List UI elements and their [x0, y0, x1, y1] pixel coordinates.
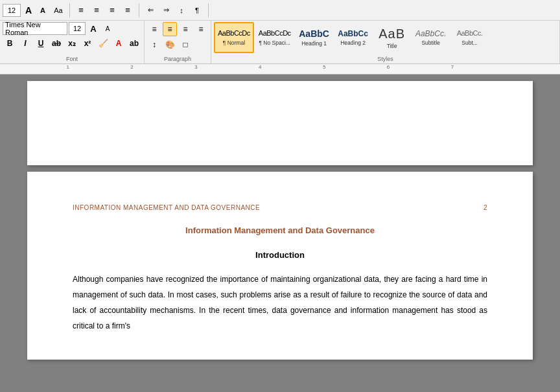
shrink-font-btn[interactable]: A [36, 4, 49, 17]
font-size-group: 12 A A [3, 4, 49, 17]
header-title: INFORMATION MANAGEMENT AND DATA GOVERNAN… [73, 204, 260, 211]
justify-btn[interactable]: ≡ [194, 22, 208, 36]
border-btn[interactable]: □ [178, 38, 192, 52]
font-group: Times New Roman 12 A A B I U ab x₂ x² 🧹 … [0, 21, 145, 63]
font-name-box[interactable]: Times New Roman [3, 22, 67, 35]
style-subtitle-btn[interactable]: AaBbCc. Subtitle [412, 22, 450, 53]
style-nospacing-preview: AaBbCcDc [259, 29, 291, 38]
align-center-btn[interactable]: ≡ [163, 22, 177, 36]
style-title-label: Title [387, 43, 397, 49]
font-format-row: B I U ab x₂ x² 🧹 A ab [3, 36, 141, 51]
style-nospacing-label: ¶ No Spaci... [259, 40, 290, 46]
style-nospacing-btn[interactable]: AaBbCcDc ¶ No Spaci... [255, 22, 294, 53]
style-title-btn[interactable]: AaB Title [373, 22, 411, 53]
bold-btn[interactable]: B [3, 36, 17, 51]
style-title-preview: AaB [379, 26, 405, 41]
style-more-preview: AaBbCc. [457, 29, 483, 38]
font-color-btn[interactable]: A [111, 36, 126, 51]
font-group-label: Font [0, 56, 144, 62]
style-h1-label: Heading 1 [301, 40, 327, 47]
shrink-font-btn2[interactable]: A [101, 22, 114, 35]
page-number: 2 [484, 204, 487, 211]
separator-2 [139, 3, 139, 17]
underline-btn[interactable]: U [34, 36, 48, 51]
styles-group-label: Styles [211, 56, 559, 62]
italic-btn[interactable]: I [18, 36, 32, 51]
superscript-btn[interactable]: x² [80, 36, 95, 51]
style-normal-preview: AaBbCcDc [218, 29, 250, 38]
document-area: INFORMATION MANAGEMENT AND DATA GOVERNAN… [0, 75, 560, 392]
clear-format-btn[interactable]: 🧹 [96, 36, 110, 51]
style-subtitle-preview: AaBbCc. [415, 29, 446, 38]
bullets-btn[interactable]: ≡ [75, 4, 88, 17]
increase-indent-btn[interactable]: ⇒ [159, 4, 172, 17]
style-more-label: Subt... [461, 40, 478, 46]
style-more-btn[interactable]: AaBbCc. Subt... [451, 22, 489, 53]
strikethrough-btn[interactable]: ab [49, 36, 64, 51]
decrease-indent-btn[interactable]: ⇐ [144, 4, 157, 17]
paragraph-group-label: Paragraph [145, 56, 211, 62]
intro-heading: Introduction [73, 250, 487, 260]
ribbon-row2: Times New Roman 12 A A B I U ab x₂ x² 🧹 … [0, 21, 560, 63]
ruler-inner: 1 2 3 4 5 6 7 [13, 64, 547, 74]
body-text: Although companies have recognized the i… [73, 271, 487, 334]
ruler: 1 2 3 4 5 6 7 [0, 64, 560, 75]
change-case-btn[interactable]: Aa [52, 4, 65, 17]
style-subtitle-label: Subtitle [421, 40, 439, 46]
style-h2-preview: AaBbCc [338, 29, 368, 38]
style-h1-preview: AaBbC [299, 29, 329, 40]
paragraph-row1: ≡ ≡ ≡ ≡ [147, 22, 208, 36]
grow-font-btn[interactable]: A [22, 4, 35, 17]
paragraph-row2: ↕ 🎨 □ [147, 38, 192, 52]
show-marks-btn[interactable]: ¶ [191, 4, 204, 17]
style-h2-label: Heading 2 [340, 40, 366, 46]
toolbar: 12 A A Aa ≡ ≡ ≡ ≡ ⇐ ⇒ ↕ ¶ [0, 0, 560, 64]
grow-font-btn2[interactable]: A [87, 22, 100, 35]
text-highlight-btn[interactable]: ab [127, 36, 141, 51]
shading-btn[interactable]: 🎨 [163, 38, 177, 52]
align-right-btn[interactable]: ≡ [178, 22, 192, 36]
subscript-btn[interactable]: x₂ [65, 36, 79, 51]
multilevel-list-btn[interactable]: ≡ [121, 4, 134, 17]
line-spacing-btn[interactable]: ↕ [147, 38, 161, 52]
styles-group: AaBbCcDc ¶ Normal AaBbCcDc ¶ No Spaci...… [211, 21, 560, 63]
style-h1-btn[interactable]: AaBbC Heading 1 [296, 22, 333, 53]
ribbon-row1: 12 A A Aa ≡ ≡ ≡ ≡ ⇐ ⇒ ↕ ¶ [0, 0, 560, 21]
page-inner: INFORMATION MANAGEMENT AND DATA GOVERNAN… [27, 172, 533, 360]
page-blank [27, 81, 533, 165]
align-left-btn[interactable]: ≡ [147, 22, 161, 36]
font-size-box2[interactable]: 12 [69, 22, 86, 35]
separator-3 [208, 3, 209, 17]
paragraph-group: ≡ ≡ ≡ ≡ ↕ 🎨 □ Paragraph [145, 21, 211, 63]
sort-btn[interactable]: ↕ [175, 4, 188, 17]
page-header: INFORMATION MANAGEMENT AND DATA GOVERNAN… [73, 204, 487, 211]
style-h2-btn[interactable]: AaBbCc Heading 2 [334, 22, 372, 53]
font-name-row: Times New Roman 12 A A [3, 22, 114, 35]
document-title: Information Management and Data Governan… [73, 224, 487, 237]
separator-1 [69, 3, 70, 17]
page-content: INFORMATION MANAGEMENT AND DATA GOVERNAN… [27, 172, 533, 360]
style-normal-label: ¶ Normal [223, 40, 245, 46]
outline-btn[interactable]: ≡ [106, 4, 119, 17]
style-normal-btn[interactable]: AaBbCcDc ¶ Normal [214, 22, 254, 53]
numbered-list-btn[interactable]: ≡ [90, 4, 103, 17]
font-size-box[interactable]: 12 [3, 4, 21, 17]
